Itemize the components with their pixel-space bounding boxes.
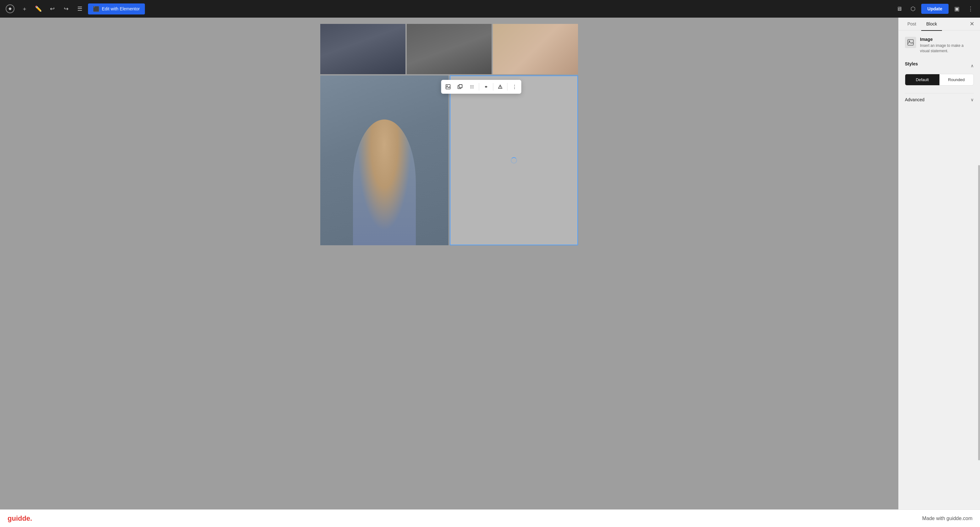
style-buttons: Default Rounded — [905, 74, 974, 86]
list-button[interactable]: ☰ — [74, 3, 86, 14]
tab-post[interactable]: Post — [902, 18, 921, 31]
style-rounded-button[interactable]: Rounded — [939, 74, 974, 85]
main-layout: ⋮ Post Block — [0, 18, 980, 509]
sidebar-content: Image Insert an image to make a visual s… — [899, 30, 980, 509]
svg-point-16 — [500, 88, 501, 88]
block-title: Image — [920, 37, 974, 42]
update-button[interactable]: Update — [921, 4, 948, 14]
advanced-label: Advanced — [905, 97, 924, 102]
ft-gallery-button[interactable] — [455, 81, 466, 92]
footer-logo: guidde. — [8, 514, 32, 522]
style-default-button[interactable]: Default — [905, 74, 939, 85]
edit-with-elementor-button[interactable]: ⬛ Edit with Elementor — [88, 3, 145, 14]
sidebar: Post Block ✕ Image Insert an image to ma… — [898, 18, 980, 509]
redo-button[interactable]: ↪ — [60, 3, 72, 14]
block-description: Insert an image to make a visual stateme… — [920, 43, 974, 54]
top-mid-image[interactable] — [407, 24, 492, 74]
topbar: ＋ ✏️ ↩ ↪ ☰ ⬛ Edit with Elementor 🖥 ⬡ Upd… — [0, 0, 980, 18]
svg-point-8 — [473, 85, 474, 86]
svg-point-6 — [471, 85, 471, 86]
styles-header: Styles ∧ — [905, 61, 974, 70]
floating-toolbar: ⋮ — [441, 80, 522, 94]
pen-button[interactable]: ✏️ — [33, 3, 44, 14]
undo-button[interactable]: ↩ — [46, 3, 58, 14]
bottom-left-image[interactable] — [320, 75, 449, 245]
image-grid — [320, 24, 578, 74]
svg-point-12 — [471, 88, 471, 88]
sidebar-scrollbar[interactable] — [978, 165, 980, 460]
bottom-right-image[interactable] — [450, 75, 578, 245]
block-icon — [905, 37, 916, 48]
external-link-button[interactable]: ⬡ — [907, 3, 919, 14]
svg-point-7 — [472, 85, 473, 86]
logo — [4, 3, 16, 15]
footer-tagline: Made with guidde.com — [922, 516, 972, 521]
svg-point-10 — [472, 86, 473, 87]
block-info-text: Image Insert an image to make a visual s… — [920, 37, 974, 54]
sidebar-tabs: Post Block — [899, 18, 967, 30]
svg-point-13 — [472, 88, 473, 88]
advanced-section: Advanced ∨ — [905, 93, 974, 106]
elementor-icon: ⬛ — [93, 6, 99, 12]
more-options-button[interactable]: ⋮ — [965, 3, 976, 14]
footer: guidde. Made with guidde.com — [0, 509, 980, 527]
ft-image-button[interactable] — [442, 81, 454, 92]
topbar-right: 🖥 ⬡ Update ▣ ⋮ — [894, 3, 976, 14]
svg-point-14 — [473, 88, 474, 88]
sidebar-close-button[interactable]: ✕ — [967, 19, 976, 28]
loading-spinner — [511, 157, 517, 164]
styles-section: Styles ∧ Default Rounded — [905, 61, 974, 86]
ft-grid-button[interactable] — [466, 81, 478, 92]
ft-warning-button[interactable] — [495, 81, 506, 92]
ft-nav-button[interactable] — [480, 81, 492, 92]
top-left-image[interactable] — [320, 24, 406, 74]
advanced-header[interactable]: Advanced ∨ — [905, 93, 974, 106]
ft-more-button[interactable]: ⋮ — [509, 81, 520, 92]
edit-button-label: Edit with Elementor — [102, 6, 140, 11]
sidebar-toggle-button[interactable]: ▣ — [951, 3, 963, 14]
canvas-area: ⋮ — [0, 18, 898, 509]
svg-point-11 — [473, 86, 474, 87]
top-right-image[interactable] — [493, 24, 578, 74]
styles-label: Styles — [905, 61, 918, 66]
svg-rect-4 — [459, 84, 462, 88]
styles-collapse-button[interactable]: ∧ — [970, 63, 974, 68]
canvas-wrapper: ⋮ — [320, 24, 578, 245]
desktop-view-button[interactable]: 🖥 — [894, 3, 905, 14]
advanced-chevron-icon: ∨ — [970, 97, 974, 102]
bottom-image-row — [320, 75, 578, 245]
tab-block[interactable]: Block — [921, 18, 942, 31]
add-button[interactable]: ＋ — [19, 3, 30, 14]
svg-point-9 — [471, 86, 471, 87]
block-info: Image Insert an image to make a visual s… — [905, 37, 974, 54]
